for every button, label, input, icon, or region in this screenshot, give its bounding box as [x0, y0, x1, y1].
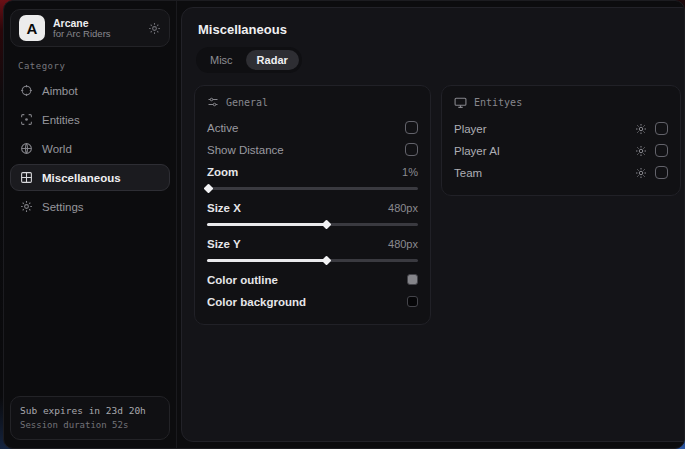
setting-label: Color background: [207, 296, 306, 308]
size-x-slider[interactable]: [207, 220, 418, 229]
tab-bar: Misc Radar: [196, 47, 302, 73]
grid-icon: [20, 171, 33, 184]
sidebar: A Arcane for Arc Riders Category Aimbot: [4, 1, 177, 448]
session-duration-text: Session duration 52s: [20, 419, 160, 433]
show-distance-checkbox[interactable]: [405, 143, 418, 156]
gear-icon: [20, 200, 33, 213]
setting-label: Size X: [207, 202, 241, 214]
setting-label: Zoom: [207, 166, 238, 178]
sidebar-item-aimbot[interactable]: Aimbot: [10, 77, 170, 104]
color-background-swatch[interactable]: [407, 296, 418, 307]
sub-expires-text: Sub expires in 23d 20h: [20, 404, 160, 418]
setting-row-color-background: Color background: [207, 291, 418, 312]
sidebar-item-label: Miscellaneous: [42, 172, 121, 184]
profile-card: A Arcane for Arc Riders: [10, 9, 170, 47]
entity-label: Player: [454, 123, 487, 135]
cards-row: General Active Show Distance Zoom 1%: [194, 85, 681, 325]
entities-card: Entityes Player Player AI: [441, 85, 681, 196]
entity-label: Team: [454, 167, 482, 179]
team-checkbox[interactable]: [655, 166, 668, 179]
slider-handle[interactable]: [204, 184, 214, 194]
app-window: A Arcane for Arc Riders Category Aimbot: [3, 0, 685, 449]
entity-row-player: Player: [454, 118, 668, 139]
crosshair-icon: [20, 84, 33, 97]
general-card-title: General: [226, 97, 268, 108]
setting-label: Active: [207, 122, 238, 134]
setting-label: Color outline: [207, 274, 278, 286]
sidebar-item-entities[interactable]: Entities: [10, 106, 170, 133]
sidebar-item-miscellaneous[interactable]: Miscellaneous: [10, 164, 170, 191]
entity-row-team: Team: [454, 162, 668, 183]
tab-misc[interactable]: Misc: [199, 50, 244, 70]
size-y-value: 480px: [388, 238, 418, 250]
color-outline-swatch[interactable]: [407, 274, 418, 285]
sidebar-nav: Aimbot Entities World Miscellaneous: [10, 77, 170, 220]
app-subtitle: for Arc Riders: [53, 29, 140, 40]
zoom-value: 1%: [402, 166, 418, 178]
player-ai-checkbox[interactable]: [655, 144, 668, 157]
setting-row-active: Active: [207, 117, 418, 138]
sidebar-item-settings[interactable]: Settings: [10, 193, 170, 220]
page-title: Miscellaneous: [198, 22, 681, 37]
player-checkbox[interactable]: [655, 122, 668, 135]
setting-label: Size Y: [207, 238, 241, 250]
setting-row-zoom: Zoom 1%: [207, 161, 418, 182]
active-checkbox[interactable]: [405, 121, 418, 134]
gear-icon[interactable]: [635, 123, 647, 135]
gear-icon[interactable]: [635, 167, 647, 179]
setting-label: Show Distance: [207, 144, 284, 156]
app-name: Arcane: [53, 17, 140, 29]
category-label: Category: [18, 61, 170, 71]
setting-row-show-distance: Show Distance: [207, 139, 418, 160]
setting-row-color-outline: Color outline: [207, 269, 418, 290]
sidebar-item-label: Aimbot: [42, 85, 78, 97]
tab-radar[interactable]: Radar: [246, 50, 299, 70]
sidebar-item-world[interactable]: World: [10, 135, 170, 162]
general-card: General Active Show Distance Zoom 1%: [194, 85, 431, 325]
monitor-icon: [454, 96, 467, 109]
slider-handle[interactable]: [322, 220, 332, 230]
app-logo: A: [19, 15, 45, 41]
entity-label: Player AI: [454, 145, 500, 157]
sidebar-item-label: Entities: [42, 114, 80, 126]
subscription-info-card: Sub expires in 23d 20h Session duration …: [10, 396, 170, 440]
size-y-slider[interactable]: [207, 256, 418, 265]
main-area: Miscellaneous Misc Radar General Active: [177, 1, 685, 448]
globe-icon: [20, 142, 33, 155]
slider-handle[interactable]: [322, 256, 332, 266]
gear-icon[interactable]: [148, 22, 161, 35]
entity-row-player-ai: Player AI: [454, 140, 668, 161]
entities-icon: [20, 113, 33, 126]
gear-icon[interactable]: [635, 145, 647, 157]
sidebar-item-label: World: [42, 143, 72, 155]
setting-row-size-y: Size Y 480px: [207, 233, 418, 254]
zoom-slider[interactable]: [207, 184, 418, 193]
sidebar-item-label: Settings: [42, 201, 84, 213]
entities-card-title: Entityes: [474, 97, 522, 108]
setting-row-size-x: Size X 480px: [207, 197, 418, 218]
size-x-value: 480px: [388, 202, 418, 214]
content-panel: Miscellaneous Misc Radar General Active: [181, 7, 685, 442]
sliders-icon: [207, 96, 219, 108]
